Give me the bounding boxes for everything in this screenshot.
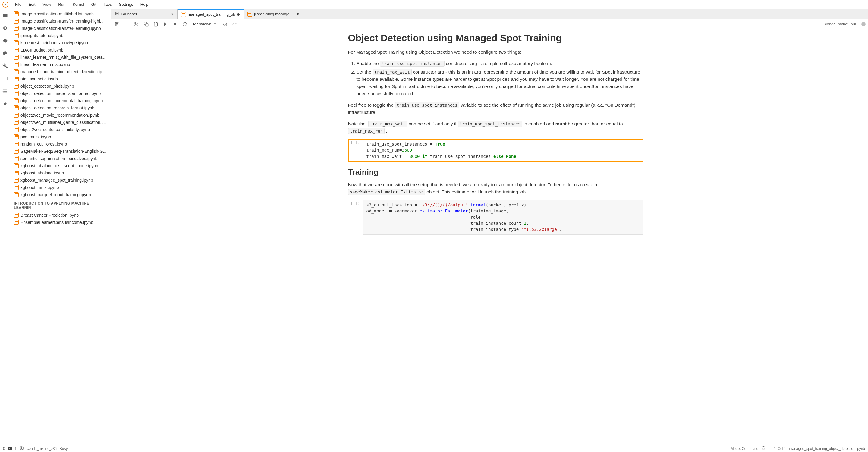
- md-text: Now that we are done with all the setup …: [348, 181, 644, 196]
- menu-run[interactable]: Run: [55, 1, 68, 8]
- notebook-icon: [14, 141, 19, 147]
- file-item[interactable]: xgboost_mnist.ipynb: [10, 184, 111, 191]
- file-item[interactable]: linear_learner_mnist.ipynb: [10, 61, 111, 68]
- file-browser[interactable]: Image-classification-multilabel-lst.ipyn…: [10, 9, 111, 445]
- close-icon[interactable]: ✕: [169, 12, 174, 16]
- file-item[interactable]: object_detection_birds.ipynb: [10, 83, 111, 90]
- file-item[interactable]: semantic_segmentation_pascalvoc.ipynb: [10, 155, 111, 162]
- code-cell[interactable]: [ ]: train_use_spot_instances = True tra…: [348, 139, 644, 162]
- paste-button[interactable]: [152, 21, 159, 28]
- notebook-icon: [181, 12, 186, 17]
- file-item[interactable]: LDA-Introduction.ipynb: [10, 46, 111, 54]
- status-env[interactable]: conda_mxnet_p36 | Busy: [27, 447, 67, 451]
- notebook-icon: [14, 40, 19, 45]
- svg-point-13: [135, 25, 136, 26]
- shield-icon[interactable]: [761, 446, 766, 451]
- section-header: INTRODUCTION TO APPLYING MACHINE LEARNIN: [10, 198, 111, 212]
- file-label: Image-classification-multilabel-lst.ipyn…: [21, 11, 94, 16]
- code-cell[interactable]: [ ]: s3_output_location = 's3://{}/{}/ou…: [348, 200, 644, 234]
- menu-view[interactable]: View: [39, 1, 54, 8]
- file-item[interactable]: xgboost_abalone_dist_script_mode.ipynb: [10, 162, 111, 169]
- extensions-icon[interactable]: [2, 101, 8, 107]
- file-item[interactable]: random_cut_forest.ipynb: [10, 140, 111, 148]
- file-label: object_detection_recordio_format.ipynb: [21, 105, 94, 110]
- notebook-icon: [14, 192, 19, 197]
- file-item[interactable]: xgboost_parquet_input_training.ipynb: [10, 191, 111, 198]
- notebook-icon: [14, 178, 19, 183]
- file-item[interactable]: object_detection_recordio_format.ipynb: [10, 104, 111, 111]
- activity-bar: [0, 9, 10, 445]
- status-badge-num: 1: [15, 447, 17, 451]
- notebook-icon: [14, 156, 19, 161]
- file-item[interactable]: xgboost_managed_spot_training.ipynb: [10, 176, 111, 184]
- cut-button[interactable]: [133, 21, 140, 28]
- svg-rect-2: [3, 77, 7, 80]
- file-item[interactable]: k_nearest_neighbors_covtype.ipynb: [10, 39, 111, 46]
- file-label: linear_learner_mnist.ipynb: [21, 62, 70, 67]
- menu-help[interactable]: Help: [137, 1, 152, 8]
- kernel-status-icon[interactable]: [861, 22, 866, 26]
- cell-editor[interactable]: train_use_spot_instances = True train_ma…: [363, 139, 644, 162]
- file-item[interactable]: linear_learner_mnist_with_file_system_da…: [10, 54, 111, 61]
- file-item[interactable]: Image-classification-multilabel-lst.ipyn…: [10, 10, 111, 18]
- file-item[interactable]: SageMaker-Seq2Seq-Translation-English-G.…: [10, 148, 111, 155]
- restart-button[interactable]: [181, 21, 188, 28]
- notebook-icon: [14, 47, 19, 53]
- file-item[interactable]: ipinsights-tutorial.ipynb: [10, 32, 111, 39]
- notebook-icon: [14, 127, 19, 132]
- notebook-icon: [14, 105, 19, 110]
- list-icon[interactable]: [2, 89, 8, 94]
- tabs-icon[interactable]: [2, 76, 8, 82]
- terminal-icon[interactable]: ▪: [8, 447, 12, 451]
- file-item[interactable]: Image-classification-transfer-learning.i…: [10, 25, 111, 32]
- file-label: xgboost_mnist.ipynb: [21, 185, 59, 190]
- run-button[interactable]: [162, 21, 169, 28]
- file-label: EnsembleLearnerCensusIncome.ipynb: [21, 220, 93, 225]
- file-item[interactable]: pca_mnist.ipynb: [10, 133, 111, 140]
- palette-icon[interactable]: [2, 51, 8, 56]
- md-list: Enable the train_use_spot_instances cons…: [348, 60, 644, 97]
- timer-button[interactable]: [221, 21, 229, 28]
- file-item[interactable]: managed_spot_training_object_detection.i…: [10, 68, 111, 75]
- tab-managed-spot[interactable]: managed_spot_training_ob: [178, 9, 244, 19]
- running-icon[interactable]: [2, 25, 8, 31]
- gear-icon[interactable]: [20, 446, 24, 451]
- file-item[interactable]: object2vec_sentence_similarity.ipynb: [10, 126, 111, 133]
- folder-icon[interactable]: [2, 13, 8, 18]
- file-label: xgboost_abalone.ipynb: [21, 170, 64, 175]
- close-icon[interactable]: ✕: [297, 12, 300, 16]
- file-item[interactable]: EnsembleLearnerCensusIncome.ipynb: [10, 219, 111, 226]
- kernel-name[interactable]: conda_mxnet_p36: [825, 22, 859, 26]
- file-item[interactable]: ntm_synthetic.ipynb: [10, 75, 111, 83]
- status-cursor-pos: Ln 1, Col 1: [769, 447, 786, 451]
- copy-button[interactable]: [143, 21, 150, 28]
- menu-settings[interactable]: Settings: [116, 1, 136, 8]
- file-item[interactable]: xgboost_abalone.ipynb: [10, 169, 111, 176]
- wrench-icon[interactable]: [2, 63, 8, 69]
- file-label: object_detection_image_json_format.ipynb: [21, 91, 101, 96]
- menu-edit[interactable]: Edit: [26, 1, 38, 8]
- file-item[interactable]: object2vec_multilabel_genre_classificati…: [10, 119, 111, 126]
- notebook-panel[interactable]: Object Detection using Managed Spot Trai…: [111, 29, 868, 445]
- file-item[interactable]: object_detection_image_json_format.ipynb: [10, 90, 111, 97]
- tab-readonly[interactable]: [Read-only] managed_spo ✕: [244, 9, 304, 19]
- chevron-down-icon: [213, 22, 217, 26]
- file-item[interactable]: object2vec_movie_recommendation.ipynb: [10, 111, 111, 119]
- file-item[interactable]: object_detection_incremental_training.ip…: [10, 97, 111, 104]
- stop-button[interactable]: [172, 21, 179, 28]
- add-cell-button[interactable]: [123, 21, 130, 28]
- notebook-icon: [14, 91, 19, 96]
- file-item[interactable]: Image-classification-transfer-learning-h…: [10, 18, 111, 25]
- menu-kernel[interactable]: Kernel: [70, 1, 87, 8]
- save-button[interactable]: [114, 21, 121, 28]
- tab-launcher[interactable]: Launcher ✕: [111, 9, 178, 19]
- md-text: Note that train_max_wait can be set if a…: [348, 120, 644, 135]
- notebook-icon: [14, 19, 19, 24]
- git-icon[interactable]: [2, 38, 8, 43]
- menu-tabs[interactable]: Tabs: [100, 1, 115, 8]
- menu-git[interactable]: Git: [88, 1, 99, 8]
- menu-file[interactable]: File: [12, 1, 24, 8]
- cell-type-select[interactable]: Markdown: [191, 21, 219, 27]
- file-item[interactable]: Breast Cancer Prediction.ipynb: [10, 212, 111, 219]
- cell-editor[interactable]: s3_output_location = 's3://{}/{}/output'…: [363, 200, 644, 234]
